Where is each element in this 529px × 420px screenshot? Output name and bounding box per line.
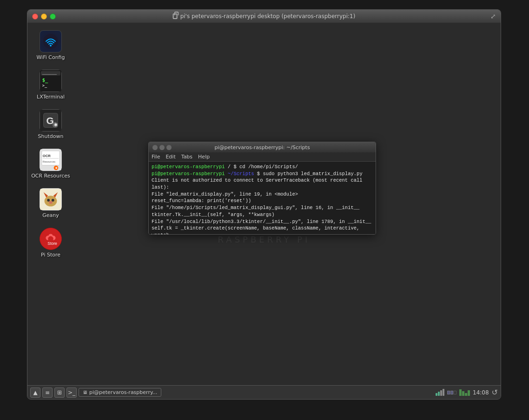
terminal-titlebar: pi@petervaros-raspberrypi: ~/Scripts: [149, 142, 376, 152]
shutdown-label: Shutdown: [38, 133, 64, 139]
term-min-button[interactable]: [159, 145, 165, 150]
desktop-icons: WiFi Config ────── $_ >_ LXTerminal: [32, 27, 69, 261]
term-line-4: File "led_matrix_display.py", line 19, i…: [152, 191, 373, 198]
svg-text:$_: $_: [42, 77, 48, 83]
pistore-icon: Store: [40, 228, 62, 250]
terminal-title: pi@petervaros-raspberrypi: ~/Scripts: [214, 144, 310, 151]
svg-text:✱: ✱: [54, 122, 58, 127]
terminal-body[interactable]: pi@petervaros-raspberrypi / $ cd /home/p…: [149, 162, 376, 234]
term-menu-help[interactable]: Help: [198, 154, 210, 160]
taskbar-terminal-button[interactable]: >_: [66, 387, 77, 398]
desktop-icon-geany[interactable]: Geany: [32, 185, 69, 221]
taskbar-terminal-window[interactable]: 🖥 pi@petervaros-raspberry...: [79, 388, 161, 397]
svg-text:Resources: Resources: [43, 160, 56, 163]
wifi-icon: [40, 30, 62, 52]
taskbar-right: 14:08 ↺: [436, 388, 498, 397]
main-window: pi's petervaros-raspberrypi desktop (pet…: [27, 9, 501, 400]
volume-indicator: [447, 391, 456, 394]
expand-icon[interactable]: ⤢: [490, 13, 496, 20]
svg-point-40: [49, 201, 53, 204]
svg-point-45: [48, 236, 53, 242]
term-line-5: reset_func=lambda: print('reset')): [152, 197, 373, 204]
term-close-button[interactable]: [152, 145, 158, 150]
desktop-icon-shutdown[interactable]: G ✱ Shutdown: [32, 106, 69, 142]
taskbar-menu-button[interactable]: ▲: [30, 387, 40, 398]
ocr-icon: OCR Resources ★: [40, 149, 62, 171]
term-menu-edit[interactable]: Edit: [165, 154, 175, 160]
title-bar: pi's petervaros-raspberrypi desktop (pet…: [27, 10, 501, 23]
term-line-1: pi@petervaros-raspberrypi / $ cd /home/p…: [152, 164, 373, 171]
term-line-3: Client is not authorized to connect to S…: [152, 177, 373, 190]
window-title: pi's petervaros-raspberrypi desktop (pet…: [173, 13, 356, 20]
svg-text:>_: >_: [42, 83, 47, 88]
term-max-button[interactable]: [166, 145, 172, 150]
svg-point-16: [50, 45, 52, 46]
svg-text:──────: ──────: [42, 72, 57, 77]
term-menu-tabs[interactable]: Tabs: [181, 154, 192, 160]
geany-label: Geany: [42, 212, 59, 218]
terminal-icon: ────── $_ >_: [40, 70, 62, 92]
term-line-9: self.tk = _tkinter.create(screenName, ba…: [152, 225, 373, 234]
lxterminal-label: LXTerminal: [37, 94, 65, 100]
maximize-button[interactable]: [50, 13, 56, 20]
desktop-icon-ocr[interactable]: OCR Resources ★ OCR Resources: [32, 146, 69, 182]
geany-icon: [40, 188, 62, 210]
cpu-indicator: [459, 389, 470, 396]
term-line-8: File "/usr/local/lib/python3.3/tkinter/_…: [152, 218, 373, 225]
network-indicator: [436, 389, 444, 396]
power-icon[interactable]: ↺: [492, 388, 498, 397]
term-line-2: pi@petervaros-raspberrypi ~/Scripts $ su…: [152, 171, 373, 177]
terminal-menu: File Edit Tabs Help: [149, 152, 376, 162]
shutdown-icon: G ✱: [40, 109, 62, 131]
rpi-label: RASPBERRY PI: [218, 235, 311, 244]
wifi-config-label: WiFi Config: [36, 54, 65, 60]
term-line-6: File "/home/pi/Scripts/led_matrix_displa…: [152, 204, 373, 211]
taskbar: ▲ ≡ ⊞ >_ 🖥 pi@petervaros-raspberry...: [27, 385, 501, 399]
minimize-button[interactable]: [41, 13, 47, 20]
lock-icon: [173, 13, 178, 19]
svg-point-39: [52, 199, 54, 202]
pistore-label: Pi Store: [41, 252, 60, 258]
close-button[interactable]: [32, 13, 38, 20]
desktop: RASPBERRY PI WiFi: [27, 23, 501, 385]
svg-text:★: ★: [55, 166, 58, 170]
svg-text:Store: Store: [47, 241, 57, 246]
desktop-icon-terminal[interactable]: ────── $_ >_ LXTerminal: [32, 67, 69, 103]
desktop-icon-pistore[interactable]: Store Pi Store: [32, 225, 69, 261]
taskbar-terminal-label: pi@petervaros-raspberry...: [89, 389, 157, 395]
term-line-7: tkinter.Tk.__init__(self, *args, **kwarg…: [152, 211, 373, 218]
window-controls: [32, 13, 56, 20]
desktop-icon-wifi[interactable]: WiFi Config: [32, 27, 69, 63]
taskbar-left: ▲ ≡ ⊞ >_ 🖥 pi@petervaros-raspberry...: [30, 387, 161, 398]
taskbar-app-button[interactable]: ⊞: [54, 387, 65, 398]
taskbar-files-button[interactable]: ≡: [42, 387, 53, 398]
svg-point-38: [47, 199, 50, 202]
taskbar-clock: 14:08: [473, 389, 489, 396]
ocr-resources-label: OCR Resources: [31, 173, 70, 179]
svg-text:OCR: OCR: [43, 154, 51, 158]
term-menu-file[interactable]: File: [152, 154, 160, 160]
terminal-window[interactable]: pi@petervaros-raspberrypi: ~/Scripts Fil…: [148, 142, 376, 235]
